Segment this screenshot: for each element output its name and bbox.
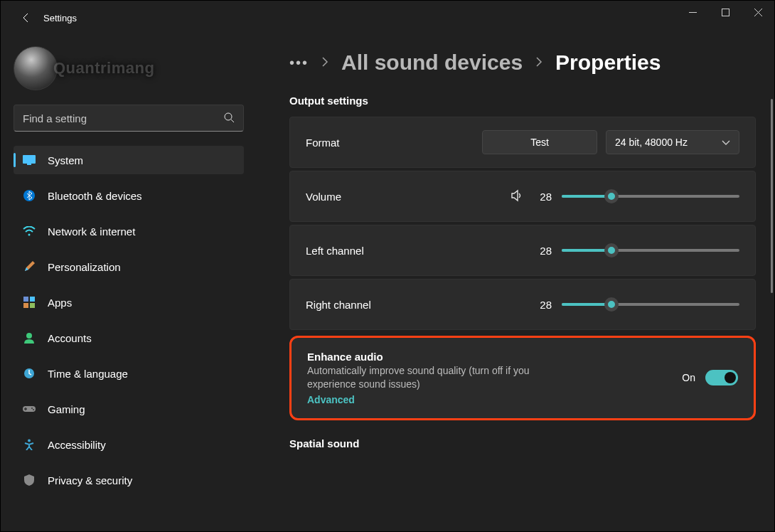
person-icon (22, 331, 36, 345)
breadcrumb: ••• All sound devices Properties (289, 50, 756, 75)
nav-list: System Bluetooth & devices Network & int… (14, 146, 244, 501)
svg-point-5 (28, 234, 31, 236)
content-area: ••• All sound devices Properties Output … (257, 35, 774, 531)
shield-icon (22, 473, 36, 487)
svg-rect-0 (722, 9, 729, 16)
window-title: Settings (43, 13, 77, 23)
sidebar: Quantrimang System Bluetooth & devices N… (1, 35, 257, 531)
nav-label: Apps (48, 297, 72, 309)
accessibility-icon (22, 437, 36, 452)
scrollbar[interactable] (769, 41, 773, 526)
breadcrumb-more-icon[interactable]: ••• (289, 55, 309, 71)
window-controls (676, 1, 774, 35)
section-output-settings: Output settings (289, 95, 756, 107)
nav-item-time-language[interactable]: Time & language (14, 359, 244, 388)
speaker-icon[interactable] (511, 189, 523, 204)
search-icon (223, 112, 235, 125)
nav-item-bluetooth[interactable]: Bluetooth & devices (14, 181, 244, 210)
nav-item-gaming[interactable]: Gaming (14, 395, 244, 423)
back-button[interactable] (14, 5, 39, 31)
nav-item-accessibility[interactable]: Accessibility (14, 430, 244, 459)
close-button[interactable] (742, 1, 774, 23)
maximize-button[interactable] (709, 1, 742, 23)
right-channel-row: Right channel 28 (289, 279, 756, 330)
svg-rect-8 (23, 303, 28, 308)
nav-item-system[interactable]: System (14, 146, 244, 174)
enhance-audio-card[interactable]: Enhance audio Automatically improve soun… (289, 336, 756, 420)
search-box[interactable] (14, 105, 244, 132)
volume-label: Volume (306, 191, 341, 203)
clock-globe-icon (22, 366, 36, 381)
search-input[interactable] (23, 112, 223, 124)
apps-icon (22, 295, 36, 309)
left-channel-value: 28 (533, 245, 552, 257)
format-selected-value: 24 bit, 48000 Hz (615, 137, 688, 148)
breadcrumb-parent[interactable]: All sound devices (341, 50, 523, 75)
enhance-advanced-link[interactable]: Advanced (307, 394, 570, 405)
brush-icon (22, 260, 36, 274)
volume-row: Volume 28 (289, 171, 756, 222)
nav-item-privacy[interactable]: Privacy & security (14, 466, 244, 494)
nav-label: Time & language (48, 368, 128, 380)
minimize-button[interactable] (676, 1, 709, 23)
svg-point-1 (225, 113, 232, 120)
watermark: Quantrimang (53, 59, 154, 78)
right-channel-slider[interactable] (562, 297, 739, 312)
chevron-right-icon (321, 57, 328, 69)
avatar (14, 46, 58, 90)
chevron-down-icon (722, 137, 730, 148)
nav-label: System (48, 154, 83, 166)
svg-rect-9 (30, 303, 35, 308)
nav-label: Privacy & security (48, 474, 132, 486)
display-icon (22, 153, 36, 167)
svg-point-14 (33, 409, 34, 410)
enhance-title: Enhance audio (307, 351, 570, 363)
nav-label: Accessibility (48, 439, 106, 451)
format-label: Format (306, 137, 340, 149)
breadcrumb-current: Properties (555, 50, 661, 75)
enhance-state-label: On (682, 372, 695, 383)
volume-value: 28 (533, 191, 552, 203)
svg-rect-6 (23, 297, 28, 302)
section-spatial-sound: Spatial sound (289, 437, 756, 449)
svg-rect-3 (27, 164, 31, 165)
left-channel-label: Left channel (306, 245, 364, 257)
test-button[interactable]: Test (482, 130, 597, 154)
right-channel-label: Right channel (306, 299, 371, 311)
svg-point-13 (31, 408, 33, 409)
nav-item-accounts[interactable]: Accounts (14, 324, 244, 352)
nav-item-personalization[interactable]: Personalization (14, 252, 244, 281)
enhance-description: Automatically improve sound quality (tur… (307, 364, 570, 391)
profile-area[interactable]: Quantrimang (14, 46, 244, 90)
left-channel-row: Left channel 28 (289, 225, 756, 276)
nav-item-network[interactable]: Network & internet (14, 217, 244, 245)
gamepad-icon (22, 402, 36, 416)
right-channel-value: 28 (533, 299, 552, 311)
bluetooth-icon (22, 188, 36, 203)
wifi-icon (22, 224, 36, 238)
nav-label: Personalization (48, 261, 121, 273)
svg-point-10 (26, 333, 32, 339)
chevron-right-icon (535, 57, 542, 69)
format-row: Format Test 24 bit, 48000 Hz (289, 117, 756, 168)
enhance-toggle[interactable] (705, 370, 738, 385)
nav-label: Gaming (48, 403, 85, 415)
nav-label: Bluetooth & devices (48, 190, 142, 202)
volume-slider[interactable] (562, 189, 739, 203)
left-channel-slider[interactable] (562, 243, 739, 257)
nav-item-apps[interactable]: Apps (14, 288, 244, 316)
svg-rect-7 (30, 297, 35, 302)
format-select[interactable]: 24 bit, 48000 Hz (606, 130, 739, 154)
svg-point-15 (28, 440, 31, 442)
titlebar: Settings (1, 1, 774, 35)
svg-rect-2 (23, 155, 36, 164)
nav-label: Network & internet (48, 225, 135, 238)
nav-label: Accounts (48, 332, 92, 344)
